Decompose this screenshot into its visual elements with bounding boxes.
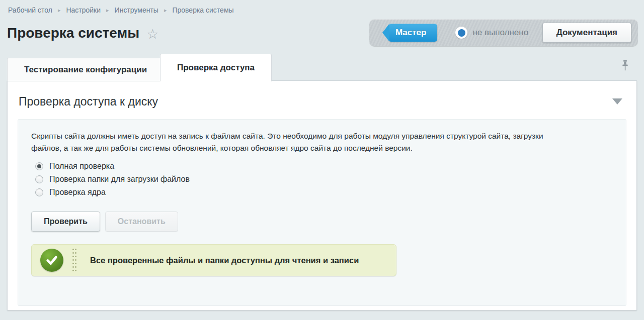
- radio-label[interactable]: Проверка папки для загрузки файлов: [49, 175, 190, 184]
- breadcrumb-item-current: Проверка системы: [172, 6, 233, 14]
- radio-option-full-check[interactable]: Полная проверка: [35, 160, 613, 173]
- section-title: Проверка доступа к диску: [19, 95, 158, 109]
- breadcrumb: Рабочий стол▸Настройки▸Инструменты▸Прове…: [8, 6, 234, 14]
- chevron-right-icon: ▸: [106, 7, 109, 13]
- pin-icon[interactable]: [621, 60, 629, 73]
- master-button[interactable]: Мастер: [389, 24, 437, 42]
- radio-icon[interactable]: [35, 188, 43, 196]
- action-buttons: Проверить Остановить: [31, 211, 613, 232]
- check-button[interactable]: Проверить: [31, 211, 100, 232]
- tab-bar: Тестирование конфигурации Проверка досту…: [7, 54, 637, 81]
- chevron-right-icon: ▸: [58, 7, 61, 13]
- check-mode-radio-group: Полная проверка Проверка папки для загру…: [35, 160, 613, 199]
- description-text: Скрипты сайта должны иметь доступ на зап…: [31, 130, 547, 154]
- success-check-icon: [40, 249, 63, 272]
- radio-option-upload-folder[interactable]: Проверка папки для загрузки файлов: [35, 173, 613, 186]
- page-title: Проверка системы: [7, 25, 139, 41]
- system-check-page: { "breadcrumb": { "items": ["Рабочий сто…: [0, 0, 644, 320]
- section-header: Проверка доступа к диску: [8, 81, 636, 119]
- collapse-chevron-down-icon[interactable]: [612, 98, 622, 104]
- radio-icon[interactable]: [35, 175, 43, 183]
- status-indicator: не выполнено: [455, 27, 528, 39]
- top-toolbar: Мастер не выполнено Документация: [369, 19, 638, 46]
- tab-access-check[interactable]: Проверка доступа: [160, 54, 272, 81]
- radio-label[interactable]: Полная проверка: [49, 162, 114, 171]
- section-body: Скрипты сайта должны иметь доступ на зап…: [18, 119, 626, 306]
- chevron-right-icon: ▸: [164, 7, 167, 13]
- dotted-divider: [72, 248, 76, 273]
- success-message-text: Все проверенные файлы и папки доступны д…: [90, 256, 359, 265]
- radio-label[interactable]: Проверка ядра: [49, 188, 106, 197]
- stop-button[interactable]: Остановить: [105, 211, 178, 232]
- favorite-star-icon[interactable]: ☆: [146, 26, 158, 42]
- documentation-button[interactable]: Документация: [542, 23, 631, 43]
- content-panel: Проверка доступа к диску Скрипты сайта д…: [7, 80, 637, 310]
- success-message: Все проверенные файлы и папки доступны д…: [31, 244, 396, 276]
- breadcrumb-item-tools[interactable]: Инструменты: [115, 6, 158, 14]
- status-label: не выполнено: [472, 28, 528, 38]
- radio-icon[interactable]: [35, 162, 43, 170]
- radio-option-kernel-check[interactable]: Проверка ядра: [35, 186, 613, 199]
- tab-configuration-test[interactable]: Тестирование конфигурации: [7, 58, 164, 81]
- breadcrumb-item-desktop[interactable]: Рабочий стол: [8, 6, 52, 14]
- status-dot-icon: [455, 27, 467, 39]
- breadcrumb-item-settings[interactable]: Настройки: [66, 6, 101, 14]
